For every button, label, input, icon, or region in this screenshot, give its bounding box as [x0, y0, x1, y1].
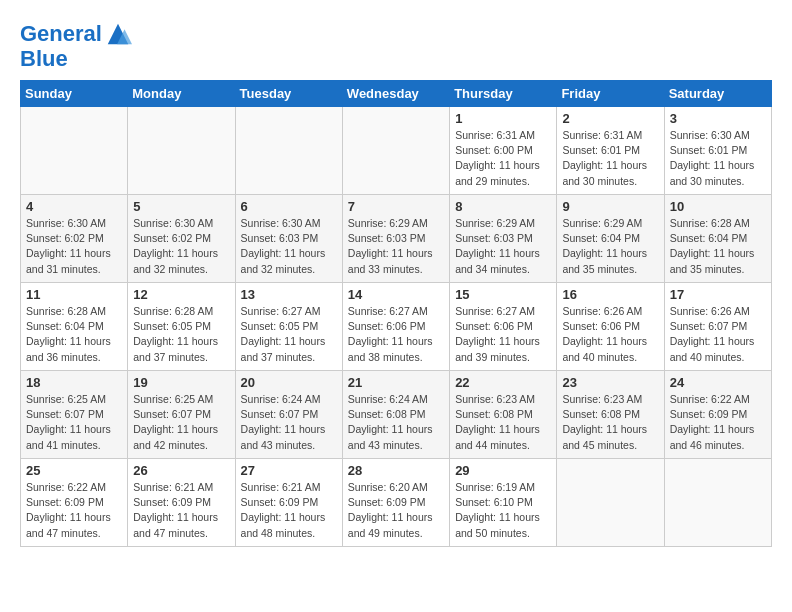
calendar-cell [342, 107, 449, 195]
day-of-week-header: Sunday [21, 81, 128, 107]
day-of-week-header: Friday [557, 81, 664, 107]
calendar-week-row: 25Sunrise: 6:22 AM Sunset: 6:09 PM Dayli… [21, 459, 772, 547]
day-number: 2 [562, 111, 658, 126]
calendar-cell: 7Sunrise: 6:29 AM Sunset: 6:03 PM Daylig… [342, 195, 449, 283]
day-number: 10 [670, 199, 766, 214]
calendar-cell: 19Sunrise: 6:25 AM Sunset: 6:07 PM Dayli… [128, 371, 235, 459]
day-number: 17 [670, 287, 766, 302]
calendar-cell: 1Sunrise: 6:31 AM Sunset: 6:00 PM Daylig… [450, 107, 557, 195]
day-number: 21 [348, 375, 444, 390]
day-number: 26 [133, 463, 229, 478]
day-number: 12 [133, 287, 229, 302]
day-info: Sunrise: 6:27 AM Sunset: 6:06 PM Dayligh… [455, 304, 551, 365]
day-info: Sunrise: 6:24 AM Sunset: 6:07 PM Dayligh… [241, 392, 337, 453]
calendar-week-row: 1Sunrise: 6:31 AM Sunset: 6:00 PM Daylig… [21, 107, 772, 195]
calendar-cell: 24Sunrise: 6:22 AM Sunset: 6:09 PM Dayli… [664, 371, 771, 459]
day-number: 8 [455, 199, 551, 214]
calendar-cell: 6Sunrise: 6:30 AM Sunset: 6:03 PM Daylig… [235, 195, 342, 283]
day-number: 22 [455, 375, 551, 390]
day-number: 1 [455, 111, 551, 126]
day-number: 14 [348, 287, 444, 302]
day-number: 6 [241, 199, 337, 214]
day-number: 29 [455, 463, 551, 478]
logo-icon [104, 20, 132, 48]
day-info: Sunrise: 6:28 AM Sunset: 6:04 PM Dayligh… [670, 216, 766, 277]
calendar-cell [235, 107, 342, 195]
calendar-header-row: SundayMondayTuesdayWednesdayThursdayFrid… [21, 81, 772, 107]
day-info: Sunrise: 6:21 AM Sunset: 6:09 PM Dayligh… [241, 480, 337, 541]
calendar-cell: 15Sunrise: 6:27 AM Sunset: 6:06 PM Dayli… [450, 283, 557, 371]
calendar-cell: 23Sunrise: 6:23 AM Sunset: 6:08 PM Dayli… [557, 371, 664, 459]
day-info: Sunrise: 6:24 AM Sunset: 6:08 PM Dayligh… [348, 392, 444, 453]
calendar-cell: 11Sunrise: 6:28 AM Sunset: 6:04 PM Dayli… [21, 283, 128, 371]
calendar-cell: 21Sunrise: 6:24 AM Sunset: 6:08 PM Dayli… [342, 371, 449, 459]
calendar-cell [21, 107, 128, 195]
day-number: 5 [133, 199, 229, 214]
day-info: Sunrise: 6:30 AM Sunset: 6:02 PM Dayligh… [133, 216, 229, 277]
calendar-cell: 8Sunrise: 6:29 AM Sunset: 6:03 PM Daylig… [450, 195, 557, 283]
day-number: 27 [241, 463, 337, 478]
day-of-week-header: Monday [128, 81, 235, 107]
day-info: Sunrise: 6:21 AM Sunset: 6:09 PM Dayligh… [133, 480, 229, 541]
day-info: Sunrise: 6:30 AM Sunset: 6:01 PM Dayligh… [670, 128, 766, 189]
calendar-cell: 3Sunrise: 6:30 AM Sunset: 6:01 PM Daylig… [664, 107, 771, 195]
day-info: Sunrise: 6:27 AM Sunset: 6:05 PM Dayligh… [241, 304, 337, 365]
day-info: Sunrise: 6:30 AM Sunset: 6:03 PM Dayligh… [241, 216, 337, 277]
day-number: 4 [26, 199, 122, 214]
day-number: 13 [241, 287, 337, 302]
day-number: 23 [562, 375, 658, 390]
logo-text-blue: Blue [20, 48, 132, 70]
day-number: 7 [348, 199, 444, 214]
day-of-week-header: Tuesday [235, 81, 342, 107]
logo-text: General [20, 23, 102, 45]
calendar-cell: 16Sunrise: 6:26 AM Sunset: 6:06 PM Dayli… [557, 283, 664, 371]
calendar-cell: 2Sunrise: 6:31 AM Sunset: 6:01 PM Daylig… [557, 107, 664, 195]
day-info: Sunrise: 6:31 AM Sunset: 6:01 PM Dayligh… [562, 128, 658, 189]
day-info: Sunrise: 6:20 AM Sunset: 6:09 PM Dayligh… [348, 480, 444, 541]
day-info: Sunrise: 6:26 AM Sunset: 6:07 PM Dayligh… [670, 304, 766, 365]
day-of-week-header: Thursday [450, 81, 557, 107]
calendar-cell: 27Sunrise: 6:21 AM Sunset: 6:09 PM Dayli… [235, 459, 342, 547]
day-info: Sunrise: 6:29 AM Sunset: 6:03 PM Dayligh… [348, 216, 444, 277]
day-info: Sunrise: 6:31 AM Sunset: 6:00 PM Dayligh… [455, 128, 551, 189]
calendar-week-row: 11Sunrise: 6:28 AM Sunset: 6:04 PM Dayli… [21, 283, 772, 371]
calendar-cell [664, 459, 771, 547]
calendar-cell [557, 459, 664, 547]
day-info: Sunrise: 6:26 AM Sunset: 6:06 PM Dayligh… [562, 304, 658, 365]
day-of-week-header: Saturday [664, 81, 771, 107]
calendar-cell: 18Sunrise: 6:25 AM Sunset: 6:07 PM Dayli… [21, 371, 128, 459]
day-number: 20 [241, 375, 337, 390]
day-number: 11 [26, 287, 122, 302]
calendar-cell: 5Sunrise: 6:30 AM Sunset: 6:02 PM Daylig… [128, 195, 235, 283]
day-of-week-header: Wednesday [342, 81, 449, 107]
day-number: 28 [348, 463, 444, 478]
day-info: Sunrise: 6:25 AM Sunset: 6:07 PM Dayligh… [26, 392, 122, 453]
day-info: Sunrise: 6:25 AM Sunset: 6:07 PM Dayligh… [133, 392, 229, 453]
calendar-cell: 20Sunrise: 6:24 AM Sunset: 6:07 PM Dayli… [235, 371, 342, 459]
calendar-cell: 25Sunrise: 6:22 AM Sunset: 6:09 PM Dayli… [21, 459, 128, 547]
day-info: Sunrise: 6:19 AM Sunset: 6:10 PM Dayligh… [455, 480, 551, 541]
calendar-cell: 26Sunrise: 6:21 AM Sunset: 6:09 PM Dayli… [128, 459, 235, 547]
calendar-cell: 10Sunrise: 6:28 AM Sunset: 6:04 PM Dayli… [664, 195, 771, 283]
calendar-cell: 9Sunrise: 6:29 AM Sunset: 6:04 PM Daylig… [557, 195, 664, 283]
day-number: 16 [562, 287, 658, 302]
day-info: Sunrise: 6:28 AM Sunset: 6:04 PM Dayligh… [26, 304, 122, 365]
day-info: Sunrise: 6:30 AM Sunset: 6:02 PM Dayligh… [26, 216, 122, 277]
calendar-table: SundayMondayTuesdayWednesdayThursdayFrid… [20, 80, 772, 547]
day-info: Sunrise: 6:29 AM Sunset: 6:03 PM Dayligh… [455, 216, 551, 277]
day-number: 3 [670, 111, 766, 126]
header: General Blue [20, 16, 772, 70]
calendar-cell: 17Sunrise: 6:26 AM Sunset: 6:07 PM Dayli… [664, 283, 771, 371]
calendar-cell: 12Sunrise: 6:28 AM Sunset: 6:05 PM Dayli… [128, 283, 235, 371]
calendar-week-row: 4Sunrise: 6:30 AM Sunset: 6:02 PM Daylig… [21, 195, 772, 283]
day-info: Sunrise: 6:23 AM Sunset: 6:08 PM Dayligh… [455, 392, 551, 453]
day-info: Sunrise: 6:28 AM Sunset: 6:05 PM Dayligh… [133, 304, 229, 365]
day-info: Sunrise: 6:22 AM Sunset: 6:09 PM Dayligh… [670, 392, 766, 453]
day-number: 15 [455, 287, 551, 302]
day-info: Sunrise: 6:23 AM Sunset: 6:08 PM Dayligh… [562, 392, 658, 453]
day-number: 24 [670, 375, 766, 390]
day-info: Sunrise: 6:22 AM Sunset: 6:09 PM Dayligh… [26, 480, 122, 541]
day-info: Sunrise: 6:29 AM Sunset: 6:04 PM Dayligh… [562, 216, 658, 277]
calendar-week-row: 18Sunrise: 6:25 AM Sunset: 6:07 PM Dayli… [21, 371, 772, 459]
day-number: 9 [562, 199, 658, 214]
